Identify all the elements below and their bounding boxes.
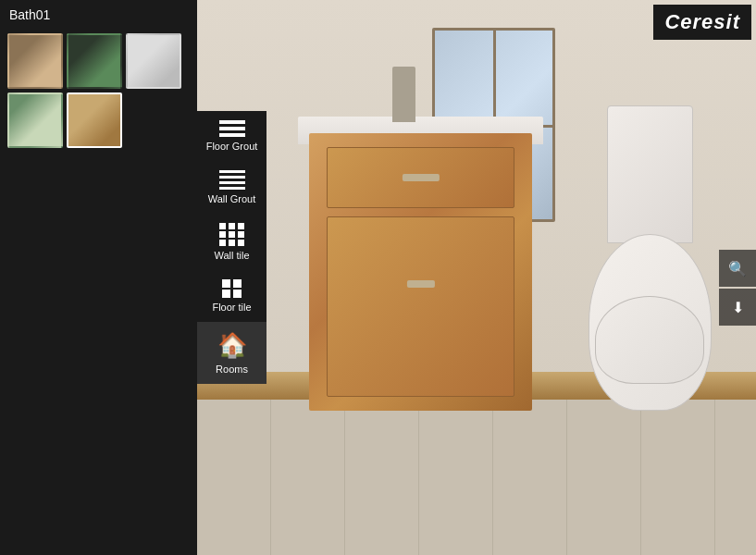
rooms-label: Rooms [216, 364, 248, 375]
scene-toilet [589, 105, 712, 411]
scene: Ceresit 🔍 ⬇ [197, 0, 756, 555]
floor-grout-icon [219, 120, 245, 137]
thumbnail-1[interactable] [7, 33, 63, 89]
toilet-seat [595, 296, 704, 384]
room-title: Bath01 [0, 0, 197, 30]
right-toolbar: 🔍 ⬇ [719, 250, 756, 326]
download-icon: ⬇ [732, 299, 744, 316]
thumbnail-3[interactable] [126, 33, 181, 89]
menu-item-floor-grout[interactable]: Floor Grout [197, 111, 266, 161]
scene-vanity [309, 133, 533, 411]
thumbnail-4[interactable] [7, 92, 63, 148]
thumbnail-5[interactable] [67, 92, 122, 148]
menu-item-wall-grout[interactable]: Wall Grout [197, 161, 266, 214]
thumbnails-container [0, 30, 197, 152]
zoom-button[interactable]: 🔍 [719, 250, 756, 287]
download-button[interactable]: ⬇ [719, 289, 756, 326]
toilet-tank [607, 105, 693, 243]
logo-text: Ceresit [664, 10, 740, 33]
sidebar: Bath01 [0, 0, 197, 555]
vanity-drawer [327, 147, 514, 208]
floor-tile-icon [222, 279, 242, 298]
scene-faucet [392, 67, 415, 122]
zoom-icon: 🔍 [728, 260, 747, 278]
floor-grout-label: Floor Grout [206, 141, 258, 152]
floor-tile-label: Floor tile [212, 302, 251, 313]
vanity-handle-door [407, 280, 435, 288]
wall-grout-icon [219, 170, 245, 190]
menu-item-floor-tile[interactable]: Floor tile [197, 270, 266, 322]
wall-grout-label: Wall Grout [208, 193, 256, 204]
rooms-icon: 🏠 [217, 331, 247, 360]
toilet-bowl [589, 234, 712, 411]
wall-tile-icon [219, 223, 245, 246]
menu-item-wall-tile[interactable]: Wall tile [197, 214, 266, 270]
menu-item-rooms[interactable]: 🏠 Rooms [197, 322, 266, 384]
vertical-menu: Floor Grout Wall Grout Wall tile Floor t… [197, 111, 266, 384]
wall-tile-label: Wall tile [214, 250, 249, 261]
thumbnail-2[interactable] [67, 33, 122, 89]
scene-floor [197, 388, 756, 555]
logo: Ceresit [653, 5, 751, 40]
vanity-handle-top [403, 174, 440, 181]
vanity-door [327, 216, 514, 397]
